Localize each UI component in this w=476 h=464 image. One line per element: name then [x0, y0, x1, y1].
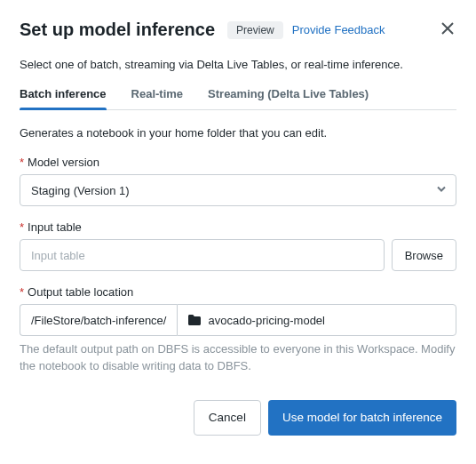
model-version-value: Staging (Version 1)	[31, 184, 130, 197]
model-version-label: *Model version	[20, 156, 456, 169]
dialog-subtitle: Select one of batch, streaming via Delta…	[20, 58, 456, 71]
close-button[interactable]	[439, 21, 456, 39]
browse-button[interactable]: Browse	[392, 239, 456, 271]
output-table-row: /FileStore/batch-inference/ avocado-pric…	[20, 304, 456, 336]
provide-feedback-link[interactable]: Provide Feedback	[292, 23, 385, 36]
tab-streaming[interactable]: Streaming (Delta Live Tables)	[208, 87, 369, 109]
output-path-prefix[interactable]: /FileStore/batch-inference/	[20, 304, 177, 336]
dialog-title: Set up model inference	[20, 20, 215, 40]
input-table-label: *Input table	[20, 220, 456, 234]
tab-real-time[interactable]: Real-time	[131, 87, 184, 109]
dialog-header: Set up model inference Preview Provide F…	[20, 20, 456, 40]
model-version-select-wrap: Staging (Version 1)	[20, 174, 456, 206]
output-name-value: avocado-pricing-model	[208, 314, 325, 327]
required-marker: *	[20, 156, 24, 169]
tabs: Batch inference Real-time Streaming (Del…	[20, 87, 456, 110]
tab-batch-inference[interactable]: Batch inference	[20, 87, 107, 109]
required-marker: *	[20, 220, 24, 234]
close-icon	[441, 22, 454, 37]
folder-icon	[188, 315, 201, 325]
input-table-field[interactable]	[20, 239, 385, 271]
cancel-button[interactable]: Cancel	[194, 400, 261, 436]
model-version-select[interactable]: Staging (Version 1)	[20, 174, 456, 206]
required-marker: *	[20, 285, 24, 299]
output-table-label: *Output table location	[20, 285, 456, 299]
dialog-footer: Cancel Use model for batch inference	[20, 400, 456, 436]
output-helper-text: The default output path on DBFS is acces…	[20, 341, 456, 375]
submit-button[interactable]: Use model for batch inference	[268, 400, 456, 436]
input-table-row: Browse	[20, 239, 456, 271]
tab-description: Generates a notebook in your home folder…	[20, 126, 456, 140]
preview-badge: Preview	[227, 21, 283, 39]
output-name-field[interactable]: avocado-pricing-model	[177, 304, 456, 336]
